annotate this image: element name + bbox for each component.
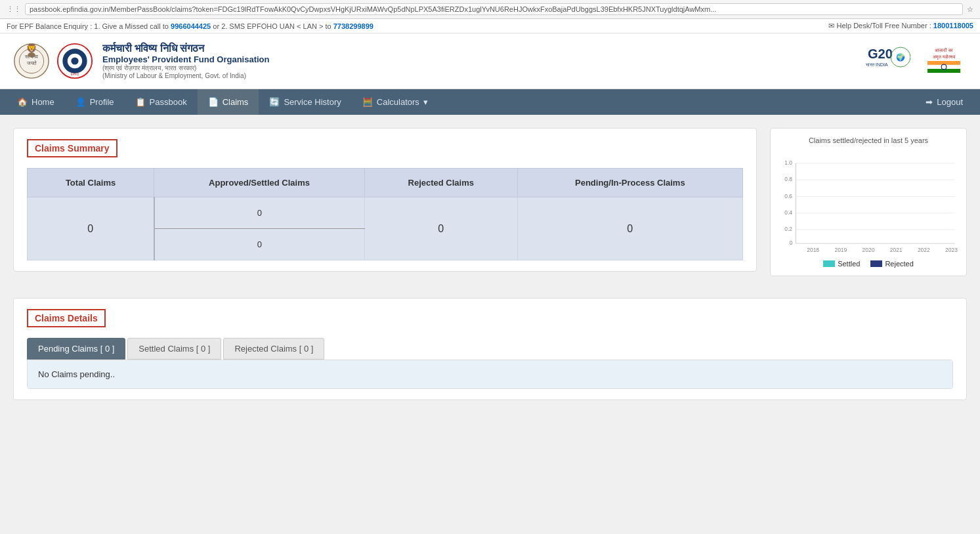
header-right: G20 भारत INDIA 🌍 आज़ादी का अमृत महोत्सव bbox=[864, 44, 967, 79]
subtitle1: (श्रम एवं रोज़गार मंत्रालय, भारत सरकार) bbox=[102, 64, 269, 72]
settled-color-swatch bbox=[823, 260, 835, 267]
claims-summary-title: Claims Summary bbox=[27, 139, 117, 157]
main-nav: 🏠 Home 👤 Profile 📋 Passbook 📄 Claims 🔄 S… bbox=[0, 89, 980, 115]
legend-rejected: Rejected bbox=[870, 260, 913, 268]
helpdesk-link[interactable]: 1800118005 bbox=[933, 22, 973, 30]
claims-chart-area: Claims settled/rejected in last 5 years … bbox=[770, 128, 967, 276]
chart-title: Claims settled/rejected in last 5 years bbox=[778, 136, 958, 144]
profile-icon: 👤 bbox=[75, 97, 86, 107]
svg-text:EPFO: EPFO bbox=[71, 73, 79, 76]
summary-row: Claims Summary Total Claims Approved/Set… bbox=[13, 128, 967, 285]
claims-details-card: Claims Details Pending Claims [ 0 ] Sett… bbox=[13, 298, 967, 400]
svg-text:0.8: 0.8 bbox=[784, 176, 792, 182]
tab-pending[interactable]: Pending Claims [ 0 ] bbox=[27, 338, 125, 359]
svg-text:🦁: 🦁 bbox=[26, 43, 37, 54]
header: सत्यमेव जयते 🦁 EPFO कर्मचारी भविष्य निधि… bbox=[0, 33, 980, 89]
svg-rect-18 bbox=[927, 65, 960, 69]
legend-settled: Settled bbox=[823, 260, 860, 268]
col-pending: Pending/In-Process Claims bbox=[517, 169, 742, 197]
claims-icon: 📄 bbox=[208, 97, 219, 107]
svg-text:1.0: 1.0 bbox=[784, 159, 792, 166]
nav-service-history[interactable]: 🔄 Service History bbox=[259, 89, 351, 115]
top-bar-left: For EPF Balance Enquiry : 1. Give a Miss… bbox=[7, 22, 373, 30]
col-total: Total Claims bbox=[28, 169, 154, 197]
calculators-icon: 🧮 bbox=[362, 97, 373, 107]
total-claims-value: 0 bbox=[28, 197, 154, 260]
logout-icon: ➡ bbox=[926, 97, 933, 107]
svg-text:2021: 2021 bbox=[890, 247, 903, 253]
svg-text:0.2: 0.2 bbox=[784, 226, 792, 232]
header-text: कर्मचारी भविष्य निधि संगठन Employees' Pr… bbox=[102, 43, 269, 79]
tab-rejected[interactable]: Rejected Claims [ 0 ] bbox=[223, 338, 324, 359]
bookmark-icon[interactable]: ☆ bbox=[967, 5, 973, 14]
browser-url[interactable]: passbook.epfindia.gov.in/MemberPassBook/… bbox=[25, 3, 963, 15]
browser-bar: ⋮⋮ passbook.epfindia.gov.in/MemberPassBo… bbox=[0, 0, 980, 19]
svg-text:2018: 2018 bbox=[807, 247, 819, 253]
browser-icon: ⋮⋮ bbox=[7, 5, 21, 14]
no-claims-message: No Claims pending.. bbox=[28, 360, 952, 388]
subtitle2: (Ministry of Labour & Employment, Govt. … bbox=[102, 72, 269, 79]
svg-text:G20: G20 bbox=[868, 47, 893, 61]
tab-settled[interactable]: Settled Claims [ 0 ] bbox=[127, 338, 221, 359]
svg-text:भारत INDIA: भारत INDIA bbox=[866, 62, 888, 67]
pending-value: 0 bbox=[517, 197, 742, 260]
col-approved: Approved/Settled Claims bbox=[154, 169, 365, 197]
main-content: Claims Summary Total Claims Approved/Set… bbox=[0, 115, 980, 426]
nav-home[interactable]: 🏠 Home bbox=[7, 89, 65, 115]
nav-calculators[interactable]: 🧮 Calculators ▾ bbox=[352, 89, 438, 115]
svg-text:2020: 2020 bbox=[863, 247, 875, 253]
claims-summary-card: Claims Summary Total Claims Approved/Set… bbox=[13, 128, 757, 272]
chart-canvas: 1.0 0.8 0.6 0.4 0.2 0 2018 bbox=[778, 151, 958, 256]
nav-passbook[interactable]: 📋 Passbook bbox=[125, 89, 198, 115]
service-history-icon: 🔄 bbox=[269, 97, 280, 107]
logout-button[interactable]: ➡ Logout bbox=[915, 89, 973, 115]
svg-text:अमृत महोत्सव: अमृत महोत्सव bbox=[933, 54, 956, 60]
header-left: सत्यमेव जयते 🦁 EPFO कर्मचारी भविष्य निधि… bbox=[13, 43, 269, 79]
tab-content-area: No Claims pending.. bbox=[27, 359, 953, 389]
english-title: Employees' Provident Fund Organisation bbox=[102, 54, 269, 64]
home-icon: 🏠 bbox=[17, 97, 28, 107]
svg-text:2019: 2019 bbox=[834, 247, 847, 253]
top-bar-right: ✉ Help Desk/Toll Free Number : 180011800… bbox=[828, 22, 973, 30]
approved-top-value: 0 bbox=[154, 197, 365, 229]
claims-summary-table: Total Claims Approved/Settled Claims Rej… bbox=[27, 168, 743, 260]
svg-text:0.6: 0.6 bbox=[784, 193, 792, 199]
nav-claims[interactable]: 📄 Claims bbox=[198, 89, 259, 115]
svg-text:आज़ादी का: आज़ादी का bbox=[935, 48, 953, 52]
claims-tabs: Pending Claims [ 0 ] Settled Claims [ 0 … bbox=[27, 338, 953, 359]
chart-legend: Settled Rejected bbox=[778, 260, 958, 268]
svg-text:जयते: जयते bbox=[26, 60, 37, 66]
svg-text:0: 0 bbox=[789, 239, 792, 246]
chart-svg: 1.0 0.8 0.6 0.4 0.2 0 2018 bbox=[778, 151, 958, 256]
hindi-title: कर्मचारी भविष्य निधि संगठन bbox=[102, 43, 269, 54]
svg-text:0.4: 0.4 bbox=[784, 209, 792, 216]
header-logo: सत्यमेव जयते 🦁 EPFO bbox=[13, 43, 93, 79]
claims-details-title: Claims Details bbox=[27, 309, 106, 327]
rejected-color-swatch bbox=[870, 260, 882, 267]
phone2-link[interactable]: 7738299899 bbox=[333, 22, 373, 30]
approved-bottom-value: 0 bbox=[154, 229, 365, 260]
col-rejected: Rejected Claims bbox=[364, 169, 517, 197]
svg-text:2023: 2023 bbox=[945, 247, 958, 253]
azadi-logo: आज़ादी का अमृत महोत्सव bbox=[921, 44, 967, 78]
svg-text:🌍: 🌍 bbox=[896, 52, 905, 62]
g20-logo: G20 भारत INDIA 🌍 bbox=[864, 44, 910, 79]
nav-profile[interactable]: 👤 Profile bbox=[65, 89, 125, 115]
phone1-link[interactable]: 9966044425 bbox=[171, 22, 211, 30]
passbook-icon: 📋 bbox=[135, 97, 146, 107]
rejected-value: 0 bbox=[364, 197, 517, 260]
svg-point-9 bbox=[71, 57, 78, 64]
emblem-icon: सत्यमेव जयते 🦁 bbox=[13, 43, 50, 79]
svg-text:2022: 2022 bbox=[918, 247, 930, 253]
top-bar: For EPF Balance Enquiry : 1. Give a Miss… bbox=[0, 19, 980, 33]
epfo-wheel-icon: EPFO bbox=[56, 43, 93, 79]
